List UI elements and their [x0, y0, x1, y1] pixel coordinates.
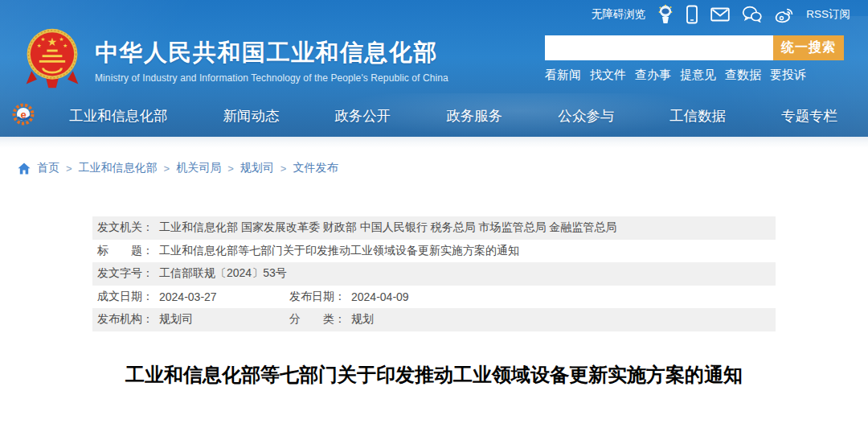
site-subtitle: Ministry of Industry and Information Tec… [95, 72, 448, 84]
article-title: 工业和信息化部等七部门关于印发推动工业领域设备更新实施方案的通知 [64, 363, 804, 387]
row-value: 工业和信息化部 国家发展改革委 财政部 中国人民银行 税务总局 市场监管总局 金… [159, 220, 616, 235]
row-value: 工业和信息化部等七部门关于印发推动工业领域设备更新实施方案的通知 [159, 244, 519, 258]
quick-link-complaint[interactable]: 要投诉 [770, 68, 806, 83]
main-navigation: e 工业和信息化部 新闻动态 政务公开 政务服务 公众参与 工信数据 专题专栏 [0, 95, 868, 137]
row-value: 2024-04-09 [351, 290, 409, 303]
banner-shadow [0, 137, 868, 148]
document-info-table: 发文机关： 工业和信息化部 国家发展改革委 财政部 中国人民银行 税务总局 市场… [92, 216, 776, 331]
robot-mascot-icon[interactable] [657, 4, 674, 25]
breadcrumb-current-page: 文件发布 [293, 161, 338, 175]
search-bar: 统一搜索 [545, 35, 844, 60]
nav-list: 工业和信息化部 新闻动态 政务公开 政务服务 公众参与 工信数据 专题专栏 [69, 106, 849, 125]
search-area: 统一搜索 看新闻 找文件 查办事 提意见 查数据 要投诉 [545, 35, 844, 83]
quick-link-news[interactable]: 看新闻 [545, 68, 581, 83]
row-label: 发文字号： [97, 266, 154, 281]
accessibility-link[interactable]: 无障碍浏览 [592, 7, 646, 22]
row-value: 工信部联规〔2024〕53号 [159, 266, 287, 281]
site-brand[interactable]: 中华人民共和国工业和信息化部 Ministry of Industry and … [95, 37, 448, 84]
breadcrumb-planning-dept[interactable]: 规划司 [240, 161, 274, 175]
weibo-icon[interactable] [774, 6, 794, 23]
site-title: 中华人民共和国工业和信息化部 [95, 37, 448, 69]
quick-link-feedback[interactable]: 提意见 [680, 68, 716, 83]
quick-links: 看新闻 找文件 查办事 提意见 查数据 要投诉 [545, 68, 844, 83]
row-label: 发布机构： [97, 312, 154, 327]
mobile-icon[interactable] [686, 5, 698, 24]
svg-text:★: ★ [47, 35, 58, 48]
row-value: 规划 [351, 312, 374, 327]
table-row-issuing-agency: 发文机关： 工业和信息化部 国家发展改革委 财政部 中国人民银行 税务总局 市场… [92, 216, 776, 240]
svg-text:★: ★ [37, 43, 42, 48]
row-label: 成文日期： [97, 290, 154, 304]
breadcrumb-departments[interactable]: 机关司局 [176, 161, 221, 175]
svg-text:★: ★ [59, 36, 63, 42]
national-emblem-icon: ★ ★ ★ ★ ★ [21, 27, 84, 94]
breadcrumb-separator: > [164, 163, 170, 175]
svg-text:★: ★ [41, 36, 46, 42]
nav-item-participation[interactable]: 公众参与 [558, 106, 614, 125]
home-icon[interactable] [18, 163, 31, 175]
wechat-icon[interactable] [742, 6, 762, 23]
rss-link[interactable]: RSS订阅 [806, 7, 850, 22]
mail-icon[interactable] [710, 7, 730, 22]
row-label: 发布日期： [289, 290, 346, 304]
miit-e-logo-icon[interactable]: e [11, 102, 35, 130]
breadcrumb: 首页 > 工业和信息化部 > 机关司局 > 规划司 > 文件发布 [0, 160, 868, 176]
breadcrumb-separator: > [66, 163, 72, 175]
quick-link-data[interactable]: 查数据 [725, 68, 761, 83]
breadcrumb-home[interactable]: 首页 [37, 161, 59, 175]
row-label: 分 类： [289, 312, 346, 327]
unified-search-button[interactable]: 统一搜索 [773, 35, 844, 60]
row-value: 2024-03-27 [159, 290, 217, 303]
svg-text:★: ★ [63, 43, 68, 48]
search-input[interactable] [545, 35, 773, 60]
breadcrumb-miit[interactable]: 工业和信息化部 [79, 161, 158, 175]
top-utility-bar: 无障碍浏览 [0, 0, 868, 28]
table-row-dates: 成文日期： 2024-03-27 发布日期： 2024-04-09 [92, 286, 776, 309]
table-row-publisher: 发布机构： 规划司 分 类： 规划 [92, 308, 776, 331]
row-label: 标 题： [97, 244, 154, 258]
nav-item-gov-services[interactable]: 政务服务 [446, 106, 502, 125]
table-row-title: 标 题： 工业和信息化部等七部门关于印发推动工业领域设备更新实施方案的通知 [92, 240, 776, 263]
quick-link-files[interactable]: 找文件 [590, 68, 626, 83]
nav-item-topics[interactable]: 专题专栏 [781, 106, 837, 125]
quick-link-services[interactable]: 查办事 [635, 68, 671, 83]
table-row-doc-number: 发文字号： 工信部联规〔2024〕53号 [92, 262, 776, 286]
site-header: ★ ★ ★ ★ ★ 中华人民共和国工业和信息化部 Ministry of Ind… [0, 28, 868, 93]
row-label: 发文机关： [97, 220, 154, 235]
nav-item-news[interactable]: 新闻动态 [223, 106, 279, 125]
nav-item-miit[interactable]: 工业和信息化部 [69, 106, 168, 125]
nav-item-gov-openness[interactable]: 政务公开 [334, 106, 391, 125]
breadcrumb-separator: > [227, 163, 234, 175]
site-banner: 无障碍浏览 [0, 0, 868, 137]
nav-item-data[interactable]: 工信数据 [669, 106, 726, 125]
row-value: 规划司 [159, 312, 193, 327]
breadcrumb-separator: > [280, 163, 287, 175]
